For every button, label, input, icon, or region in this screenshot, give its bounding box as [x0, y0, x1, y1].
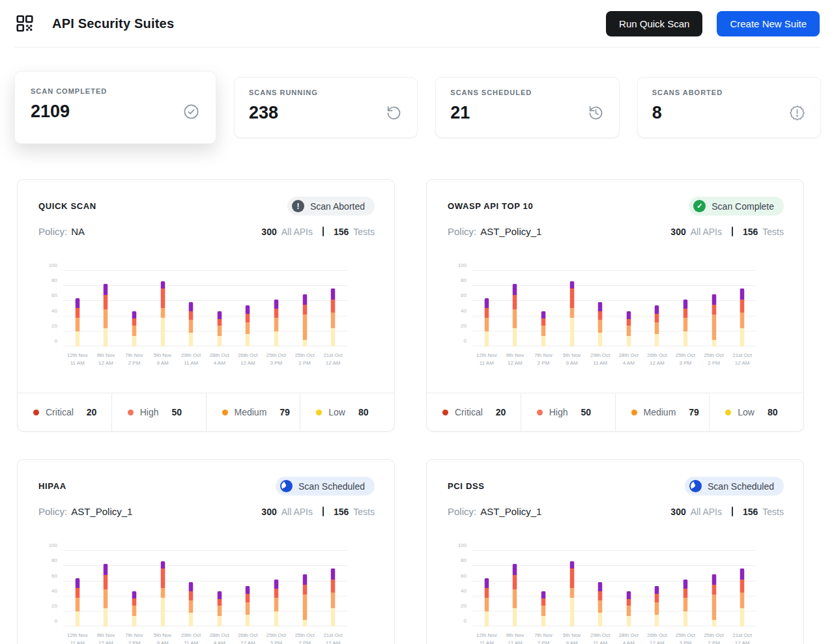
- bar-segment-high: [655, 594, 659, 602]
- bar-segment-medium: [160, 308, 165, 318]
- tests-label: Tests: [762, 227, 784, 237]
- x-axis-label: 28th Oct4 AM: [614, 352, 643, 367]
- legend-dot: [442, 410, 448, 415]
- bar-segment-low: [683, 611, 687, 626]
- stat-card[interactable]: SCANS RUNNING 238: [234, 77, 418, 138]
- y-axis-tick: 80: [51, 557, 57, 563]
- stats-divider: [323, 507, 324, 516]
- bar-segment-high: [683, 589, 687, 598]
- stacked-bar: [331, 288, 336, 346]
- stacked-bar: [626, 311, 631, 346]
- bar-segment-low: [569, 598, 574, 626]
- api-stats: 300 All APIs 156 Tests: [261, 507, 375, 517]
- x-axis-label: 25th Oct3 PM: [671, 632, 700, 644]
- legend-label: Medium: [644, 407, 676, 417]
- suite-card[interactable]: HIPAA Scan Scheduled Policy:AST_Policy_1…: [17, 459, 395, 644]
- stat-label: SCANS SCHEDULED: [450, 89, 604, 96]
- bar-segment-critical: [655, 586, 659, 595]
- bar-segment-critical: [740, 288, 745, 300]
- y-axis-tick: 0: [464, 338, 467, 344]
- half-disc-clock-icon: [689, 480, 702, 492]
- x-axis-label: 25th Oct2 PM: [700, 632, 728, 644]
- run-quick-scan-button[interactable]: Run Quick Scan: [606, 11, 702, 36]
- bar-segment-high: [189, 311, 194, 320]
- bar-segment-low: [189, 333, 194, 346]
- stacked-bar: [104, 564, 108, 626]
- bar-segment-high: [513, 575, 517, 589]
- stacked-bar: [217, 311, 222, 346]
- bar-segment-medium: [274, 598, 278, 611]
- legend-label: Low: [738, 407, 755, 417]
- x-axis-label: 7th Nov2 PM: [120, 632, 149, 644]
- severity-trend-chart: 020406080100 12th Nov11 AM9th Nov12 AM7t…: [427, 237, 803, 367]
- stats-divider: [732, 227, 733, 236]
- x-axis-label: 29th Oct11 AM: [177, 352, 205, 367]
- legend-dot: [631, 410, 637, 415]
- stacked-bar: [104, 284, 108, 346]
- apis-count: 300: [670, 507, 685, 517]
- page-title: API Security Suites: [52, 16, 174, 31]
- bar-segment-medium: [246, 602, 250, 615]
- bar-segment-high: [598, 591, 603, 600]
- bar-segment-critical: [484, 298, 489, 308]
- bar-segment-low: [160, 318, 165, 346]
- bar-segment-high: [104, 575, 108, 589]
- stat-card[interactable]: SCANS ABORTED 8: [637, 77, 821, 138]
- policy-label: Policy:: [38, 226, 67, 237]
- bar-segment-low: [626, 336, 631, 346]
- legend-dot: [725, 410, 731, 415]
- bar-segment-high: [598, 311, 603, 320]
- bar-segment-high: [712, 585, 716, 595]
- bar-segment-high: [484, 588, 489, 598]
- x-axis-label: 7th Nov2 PM: [120, 352, 149, 367]
- stat-card[interactable]: SCANS SCHEDULED 21: [435, 77, 619, 138]
- suite-card[interactable]: QUICK SCAN ! Scan Aborted Policy:NA 300 …: [17, 179, 395, 432]
- stacked-bar: [189, 302, 194, 346]
- bar-segment-high: [274, 309, 278, 318]
- suite-card[interactable]: PCI DSS Scan Scheduled Policy:AST_Policy…: [426, 459, 804, 644]
- legend-label: High: [140, 407, 159, 417]
- bar-segment-critical: [75, 298, 79, 308]
- policy: Policy:AST_Policy_1: [448, 506, 541, 517]
- status-badge: Scan Scheduled: [685, 477, 784, 496]
- bar-segment-low: [217, 616, 222, 626]
- bar-segment-critical: [189, 302, 194, 311]
- bar-segment-medium: [569, 308, 574, 318]
- x-axis-label: 21st Oct12 AM: [728, 632, 756, 644]
- chart-plot-area: 020406080100: [472, 551, 756, 626]
- y-axis-tick: 60: [51, 292, 57, 298]
- stat-value: 8: [652, 103, 662, 123]
- half-disc-clock-icon: [280, 480, 293, 492]
- stacked-bar: [484, 298, 489, 346]
- legend-item: High50: [521, 393, 616, 431]
- stacked-bar: [331, 568, 336, 626]
- bar-segment-critical: [712, 574, 716, 585]
- x-axis-label: 9th Nov12 AM: [92, 632, 121, 644]
- bar-segment-low: [598, 333, 603, 346]
- stat-card[interactable]: SCAN COMPLETED 2109: [14, 71, 216, 144]
- bar-segment-critical: [740, 568, 745, 580]
- y-axis-tick: 60: [461, 573, 467, 579]
- bar-segment-critical: [569, 281, 574, 288]
- bar-segment-low: [75, 331, 79, 346]
- bar-segment-high: [75, 308, 79, 318]
- y-axis-tick: 100: [49, 542, 57, 548]
- x-axis-label: 26th Oct12 AM: [643, 352, 672, 367]
- bar-segment-medium: [712, 595, 716, 619]
- y-axis-tick: 80: [51, 277, 57, 283]
- api-stats: 300 All APIs 156 Tests: [670, 507, 784, 517]
- bar-segment-medium: [104, 589, 108, 608]
- bar-segment-critical: [331, 568, 336, 580]
- bar-segment-critical: [217, 591, 222, 600]
- bar-segment-medium: [484, 318, 489, 331]
- bar-segment-medium: [331, 593, 336, 608]
- suite-card[interactable]: OWASP API TOP 10 ✓ Scan Complete Policy:…: [426, 179, 804, 432]
- create-new-suite-button[interactable]: Create New Suite: [717, 11, 820, 36]
- bar-segment-medium: [626, 606, 631, 616]
- stacked-bar: [683, 300, 687, 346]
- legend-item: Low80: [710, 393, 803, 431]
- stacked-bar: [740, 288, 745, 346]
- bar-segment-high: [331, 300, 336, 313]
- policy: Policy:AST_Policy_1: [38, 506, 132, 517]
- bar-segment-medium: [655, 322, 659, 335]
